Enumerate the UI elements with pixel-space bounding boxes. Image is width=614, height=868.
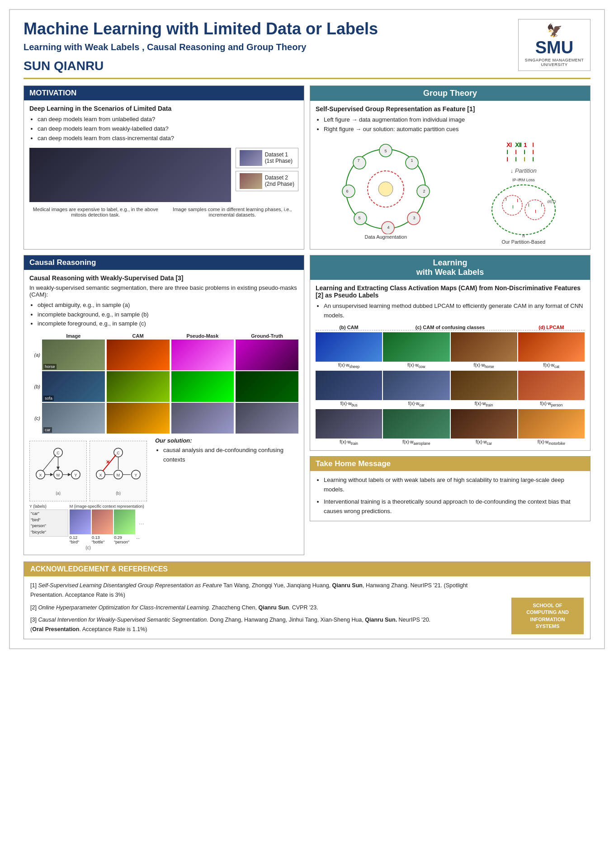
caption-right: Image samples come in different learning…: [166, 207, 299, 217]
col-header-gt: Ground-Truth: [236, 333, 298, 339]
motivation-bullet-1: can deep models learn from unlabelled da…: [38, 115, 298, 124]
ref-2: [2] Online Hyperparameter Optimization f…: [30, 603, 502, 613]
take-home-bullets: Learning without labels or with weak lab…: [316, 476, 585, 516]
sofa-mask: [171, 371, 234, 402]
horse-mask: [171, 340, 234, 370]
main-grid: MOTIVATION Deep Learning in the Scenario…: [24, 85, 590, 555]
cam-cow: [383, 332, 449, 362]
cam-car: [383, 371, 449, 400]
group-theory-title: Self-Supervised Group Representation as …: [316, 105, 585, 113]
gt-fig-left: 5 1 2 3 4 5 6 7 Data Augmentation: [340, 144, 431, 240]
cam-bus: [316, 371, 382, 400]
svg-text:4: 4: [387, 225, 390, 230]
svg-text:X: X: [39, 473, 42, 477]
subtitle: Learning with Weak Labels , Causal Reaso…: [24, 42, 509, 52]
cam-row-1-labels: f(x)·wsheep f(x)·wcow f(x)·whorse f(x)·w…: [316, 363, 585, 369]
causal-bullet-2: incomplete background, e.g., in sample (…: [38, 310, 298, 320]
graph-a-svg: C X M Y: [32, 443, 85, 497]
take-home-section: Take Home Message Learning without label…: [310, 456, 590, 521]
cam-row-2: [316, 371, 585, 400]
svg-text:d∈D: d∈D: [547, 199, 556, 204]
partition-arrow: ↓ Partition: [510, 167, 537, 174]
svg-text:M: M: [57, 473, 60, 477]
caption-row: Medical images are expensive to label, e…: [29, 207, 298, 217]
horse-gt: [236, 340, 298, 370]
dataset2-thumb: [240, 173, 262, 189]
context-images: M (image-specific context representation…: [70, 504, 147, 544]
context-image-row: ...: [70, 509, 147, 534]
school-label: SCHOOL OF COMPUTING AND INFORMATION SYST…: [518, 602, 577, 630]
causal-header: Causal Reasoning: [24, 255, 304, 270]
graph-b-svg: C X M Y ✕: [92, 443, 145, 497]
graph-row: C X M Y: [29, 441, 147, 501]
cam-cat: [518, 332, 585, 362]
take-home-header: Take Home Message: [310, 457, 590, 471]
car-image: car: [42, 403, 105, 434]
svg-text:IP-IRM Loss: IP-IRM Loss: [512, 178, 535, 182]
ack-refs: [1] Self-Supervised Learning Disentangle…: [30, 581, 502, 634]
causal-bullet-1: object ambiguity, e.g., in sample (a): [38, 301, 298, 310]
context-labels: Y (labels) "car""bird""person""bicycle": [29, 504, 68, 537]
solution-box: Our solution: causal analysis and de-con…: [151, 437, 298, 465]
header-left: Machine Learning with Limited Data or La…: [24, 19, 509, 73]
motivation-bullet-2: can deep models learn from weakly-labell…: [38, 124, 298, 134]
causal-title: Causal Reasoning with Weakly-Supervised …: [29, 274, 298, 282]
circle-diagram-svg: 5 1 2 3 4 5 6 7: [340, 144, 431, 234]
cam-grid-container: (b) CAM (c) CAM of confusing classes (d)…: [316, 325, 585, 446]
svg-text:Ⅰ: Ⅰ: [512, 204, 514, 209]
causal-reasoning-section: Causal Reasoning Causal Reasoning with W…: [24, 255, 304, 555]
number-matrix: ⅪⅫ1Ⅰ ⅠⅠⅠⅠ ⅠⅠⅠⅠ: [506, 142, 540, 163]
svg-text:Ⅰ: Ⅰ: [541, 203, 542, 208]
sofa-image: sofa: [42, 371, 105, 402]
svg-text:(a): (a): [56, 491, 61, 495]
group-theory-section: Group Theory Self-Supervised Group Repre…: [310, 85, 590, 250]
svg-text:X: X: [99, 473, 102, 477]
sofa-cam: [107, 371, 170, 402]
dataset2-item: Dataset 2 (2nd Phase): [236, 171, 298, 191]
svg-line-40: [43, 455, 56, 471]
svg-text:Ⅰ: Ⅰ: [535, 209, 536, 214]
weak-labels-section: Learning with Weak Labels Learning and E…: [310, 255, 590, 451]
svg-text:Ⅰ: Ⅰ: [505, 197, 507, 202]
ctx-img-3: [114, 509, 135, 534]
cam-row-3-labels: f(x)·wtrain f(x)·waeroplane f(x)·wcar f(…: [316, 439, 585, 446]
cam-aeroplane: [383, 409, 449, 439]
dataset2-label: Dataset 2 (2nd Phase): [265, 175, 294, 187]
school-box: SCHOOL OF COMPUTING AND INFORMATION SYST…: [511, 598, 584, 635]
car-cam: [107, 403, 170, 434]
dataset1-item: Dataset 1 (1st Phase): [236, 148, 298, 168]
svg-text:6: 6: [346, 189, 349, 193]
svg-text:Ⅰ: Ⅰ: [528, 203, 529, 208]
row-c-label: (c): [29, 415, 40, 421]
logo-smu: SMU: [535, 39, 573, 56]
motivation-bullet-3: can deep models learn from class-increme…: [38, 134, 298, 143]
weak-labels-title: Learning and Extracting Class Activation…: [316, 284, 585, 299]
gt-figures: 5 1 2 3 4 5 6 7 Data Augmentation: [316, 139, 585, 245]
cam-label-b: (b) CAM: [316, 325, 382, 330]
ellipsis: ...: [136, 509, 147, 534]
gt-bullet-2: Right figure → our solution: automatic p…: [324, 125, 585, 134]
gt-fig-right: ⅪⅫ1Ⅰ ⅠⅠⅠⅠ ⅠⅠⅠⅠ ↓ Partition IP-IRM Loss d…: [487, 139, 560, 245]
gt-caption-right: Our Partition-Based: [501, 239, 545, 245]
causal-bullet-3: incomplete foreground, e.g., in sample (…: [38, 319, 298, 329]
group-theory-body: Self-Supervised Group Representation as …: [310, 101, 590, 249]
cam-motorbike: [518, 409, 585, 439]
cam-horse: [451, 332, 517, 362]
cam-sheep: [316, 332, 382, 362]
cam-car2: [451, 409, 517, 439]
take-home-bullet-1: Learning without labels or with weak lab…: [324, 476, 585, 495]
svg-text:Y: Y: [135, 473, 137, 477]
sofa-gt: [236, 371, 298, 402]
ref-3: [3] Causal Intervention for Weakly-Super…: [30, 615, 502, 635]
cam-train: [451, 371, 517, 400]
dataset1-thumb: [240, 150, 262, 166]
svg-text:Ⅰ: Ⅰ: [517, 198, 518, 203]
logo-box: 🦅 SMU SINGAPORE MANAGEMENTUNIVERSITY: [518, 19, 590, 71]
cam-row-2-labels: f(x)·wbus f(x)·wcar f(x)·wtrain f(x)·wpe…: [316, 401, 585, 407]
causal-bullets: object ambiguity, e.g., in sample (a) in…: [29, 301, 298, 329]
svg-text:2: 2: [423, 189, 425, 193]
cam-label-d: (d) LPCAM: [518, 325, 585, 330]
dataset1-label: Dataset 1 (1st Phase): [265, 151, 293, 164]
col-headers: Image CAM Pseudo-Mask Ground-Truth: [29, 333, 298, 339]
causal-bottom: C X M Y: [29, 437, 298, 550]
